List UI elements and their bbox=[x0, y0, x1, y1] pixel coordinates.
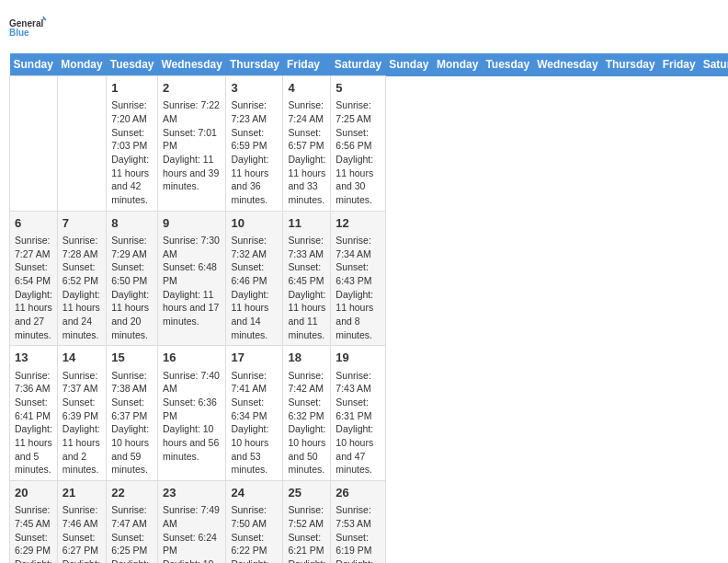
calendar-week-1: 1Sunrise: 7:20 AM Sunset: 7:03 PM Daylig… bbox=[10, 76, 729, 212]
logo-svg: General Blue bbox=[9, 9, 46, 46]
col-header-thursday: Thursday bbox=[602, 53, 659, 76]
day-info: Sunrise: 7:37 AM Sunset: 6:39 PM Dayligh… bbox=[63, 369, 101, 477]
day-number: 4 bbox=[288, 80, 325, 97]
day-number: 14 bbox=[63, 350, 101, 366]
svg-text:General: General bbox=[9, 18, 43, 29]
calendar-day: 22Sunrise: 7:47 AM Sunset: 6:25 PM Dayli… bbox=[107, 481, 158, 563]
day-number: 15 bbox=[111, 350, 153, 366]
day-number: 17 bbox=[231, 350, 278, 366]
day-info: Sunrise: 7:20 AM Sunset: 7:03 PM Dayligh… bbox=[111, 98, 153, 207]
page-header: General Blue bbox=[9, 9, 719, 46]
day-number: 6 bbox=[15, 215, 52, 232]
day-info: Sunrise: 7:27 AM Sunset: 6:54 PM Dayligh… bbox=[15, 234, 52, 342]
calendar-table: SundayMondayTuesdayWednesdayThursdayFrid… bbox=[9, 53, 728, 563]
day-info: Sunrise: 7:40 AM Sunset: 6:36 PM Dayligh… bbox=[163, 369, 221, 464]
calendar-day: 26Sunrise: 7:53 AM Sunset: 6:19 PM Dayli… bbox=[331, 481, 385, 563]
day-info: Sunrise: 7:46 AM Sunset: 6:27 PM Dayligh… bbox=[63, 503, 101, 563]
calendar-week-4: 20Sunrise: 7:45 AM Sunset: 6:29 PM Dayli… bbox=[10, 481, 729, 563]
day-number: 26 bbox=[336, 485, 380, 501]
calendar-day: 19Sunrise: 7:43 AM Sunset: 6:31 PM Dayli… bbox=[331, 346, 385, 481]
day-number: 19 bbox=[336, 350, 380, 366]
svg-text:Blue: Blue bbox=[9, 28, 29, 38]
calendar-day: 12Sunrise: 7:34 AM Sunset: 6:43 PM Dayli… bbox=[331, 211, 385, 346]
calendar-header-row: SundayMondayTuesdayWednesdayThursdayFrid… bbox=[10, 53, 729, 76]
calendar-day: 20Sunrise: 7:45 AM Sunset: 6:29 PM Dayli… bbox=[10, 481, 58, 563]
calendar-day: 5Sunrise: 7:25 AM Sunset: 6:56 PM Daylig… bbox=[331, 76, 385, 212]
logo: General Blue bbox=[9, 9, 46, 46]
day-info: Sunrise: 7:38 AM Sunset: 6:37 PM Dayligh… bbox=[111, 369, 153, 477]
day-number: 5 bbox=[336, 80, 380, 97]
header-monday: Monday bbox=[57, 53, 106, 76]
calendar-day: 10Sunrise: 7:32 AM Sunset: 6:46 PM Dayli… bbox=[226, 211, 283, 346]
day-number: 21 bbox=[63, 485, 101, 501]
day-number: 3 bbox=[231, 80, 278, 97]
day-number: 18 bbox=[288, 350, 325, 366]
col-header-saturday: Saturday bbox=[700, 53, 728, 76]
day-number: 11 bbox=[288, 215, 325, 232]
calendar-day: 11Sunrise: 7:33 AM Sunset: 6:45 PM Dayli… bbox=[283, 211, 331, 346]
col-header-wednesday: Wednesday bbox=[533, 53, 601, 76]
day-info: Sunrise: 7:34 AM Sunset: 6:43 PM Dayligh… bbox=[336, 234, 380, 342]
day-info: Sunrise: 7:42 AM Sunset: 6:32 PM Dayligh… bbox=[288, 369, 325, 477]
day-info: Sunrise: 7:43 AM Sunset: 6:31 PM Dayligh… bbox=[336, 369, 380, 477]
calendar-day: 14Sunrise: 7:37 AM Sunset: 6:39 PM Dayli… bbox=[57, 346, 106, 481]
calendar-day: 24Sunrise: 7:50 AM Sunset: 6:22 PM Dayli… bbox=[226, 481, 283, 563]
day-number: 9 bbox=[163, 215, 221, 232]
day-info: Sunrise: 7:32 AM Sunset: 6:46 PM Dayligh… bbox=[231, 234, 278, 342]
day-number: 1 bbox=[111, 80, 153, 97]
calendar-day: 15Sunrise: 7:38 AM Sunset: 6:37 PM Dayli… bbox=[107, 346, 158, 481]
calendar-day: 17Sunrise: 7:41 AM Sunset: 6:34 PM Dayli… bbox=[226, 346, 283, 481]
day-number: 2 bbox=[163, 80, 221, 97]
calendar-day: 25Sunrise: 7:52 AM Sunset: 6:21 PM Dayli… bbox=[283, 481, 331, 563]
day-number: 8 bbox=[111, 215, 153, 232]
day-number: 20 bbox=[15, 485, 52, 501]
calendar-day: 23Sunrise: 7:49 AM Sunset: 6:24 PM Dayli… bbox=[158, 481, 226, 563]
calendar-day: 8Sunrise: 7:29 AM Sunset: 6:50 PM Daylig… bbox=[107, 211, 158, 346]
calendar-day: 3Sunrise: 7:23 AM Sunset: 6:59 PM Daylig… bbox=[226, 76, 283, 212]
calendar-day: 13Sunrise: 7:36 AM Sunset: 6:41 PM Dayli… bbox=[10, 346, 58, 481]
day-info: Sunrise: 7:30 AM Sunset: 6:48 PM Dayligh… bbox=[163, 234, 221, 328]
day-number: 16 bbox=[163, 350, 221, 366]
calendar-day: 4Sunrise: 7:24 AM Sunset: 6:57 PM Daylig… bbox=[283, 76, 331, 212]
day-info: Sunrise: 7:29 AM Sunset: 6:50 PM Dayligh… bbox=[111, 234, 153, 342]
col-header-friday: Friday bbox=[659, 53, 700, 76]
day-number: 13 bbox=[15, 350, 52, 366]
day-info: Sunrise: 7:49 AM Sunset: 6:24 PM Dayligh… bbox=[163, 503, 221, 563]
day-info: Sunrise: 7:52 AM Sunset: 6:21 PM Dayligh… bbox=[288, 503, 325, 563]
header-friday: Friday bbox=[283, 53, 331, 76]
day-number: 10 bbox=[231, 215, 278, 232]
day-info: Sunrise: 7:22 AM Sunset: 7:01 PM Dayligh… bbox=[163, 98, 221, 193]
day-info: Sunrise: 7:47 AM Sunset: 6:25 PM Dayligh… bbox=[111, 503, 153, 563]
day-number: 25 bbox=[288, 485, 325, 501]
calendar-day: 7Sunrise: 7:28 AM Sunset: 6:52 PM Daylig… bbox=[57, 211, 106, 346]
header-thursday: Thursday bbox=[226, 53, 283, 76]
col-header-sunday: Sunday bbox=[385, 53, 433, 76]
header-tuesday: Tuesday bbox=[107, 53, 158, 76]
header-sunday: Sunday bbox=[10, 53, 58, 76]
calendar-day: 21Sunrise: 7:46 AM Sunset: 6:27 PM Dayli… bbox=[57, 481, 106, 563]
col-header-monday: Monday bbox=[433, 53, 482, 76]
day-number: 7 bbox=[63, 215, 101, 232]
day-info: Sunrise: 7:45 AM Sunset: 6:29 PM Dayligh… bbox=[15, 503, 52, 563]
day-number: 12 bbox=[336, 215, 380, 232]
calendar-day: 2Sunrise: 7:22 AM Sunset: 7:01 PM Daylig… bbox=[158, 76, 226, 212]
day-info: Sunrise: 7:23 AM Sunset: 6:59 PM Dayligh… bbox=[231, 98, 278, 207]
calendar-day: 16Sunrise: 7:40 AM Sunset: 6:36 PM Dayli… bbox=[158, 346, 226, 481]
day-info: Sunrise: 7:41 AM Sunset: 6:34 PM Dayligh… bbox=[231, 369, 278, 477]
day-number: 22 bbox=[111, 485, 153, 501]
day-info: Sunrise: 7:25 AM Sunset: 6:56 PM Dayligh… bbox=[336, 98, 380, 207]
day-number: 24 bbox=[231, 485, 278, 501]
calendar-day: 9Sunrise: 7:30 AM Sunset: 6:48 PM Daylig… bbox=[158, 211, 226, 346]
day-number: 23 bbox=[163, 485, 221, 501]
day-info: Sunrise: 7:36 AM Sunset: 6:41 PM Dayligh… bbox=[15, 369, 52, 477]
calendar-day: 18Sunrise: 7:42 AM Sunset: 6:32 PM Dayli… bbox=[283, 346, 331, 481]
calendar-week-3: 13Sunrise: 7:36 AM Sunset: 6:41 PM Dayli… bbox=[10, 346, 729, 481]
day-info: Sunrise: 7:33 AM Sunset: 6:45 PM Dayligh… bbox=[288, 234, 325, 342]
calendar-day bbox=[57, 76, 106, 212]
header-saturday: Saturday bbox=[331, 53, 385, 76]
calendar-day: 6Sunrise: 7:27 AM Sunset: 6:54 PM Daylig… bbox=[10, 211, 58, 346]
day-info: Sunrise: 7:24 AM Sunset: 6:57 PM Dayligh… bbox=[288, 98, 325, 207]
calendar-day: 1Sunrise: 7:20 AM Sunset: 7:03 PM Daylig… bbox=[107, 76, 158, 212]
col-header-tuesday: Tuesday bbox=[482, 53, 533, 76]
header-wednesday: Wednesday bbox=[158, 53, 226, 76]
